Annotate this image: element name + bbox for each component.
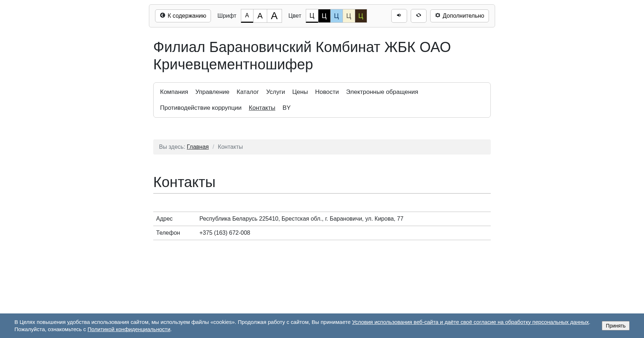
color-scheme-2-button[interactable]: Ц (318, 9, 330, 23)
contact-value-address: Республика Беларусь 225410, Брестская об… (197, 212, 491, 226)
more-settings-button[interactable]: Дополнительно (430, 9, 489, 22)
color-scheme-group: Ц Ц Ц Ц Ц (306, 9, 367, 23)
back-to-content-button[interactable]: К содержанию (155, 9, 211, 22)
nav-item-anticorruption[interactable]: Противодействие коррупции (160, 102, 242, 114)
more-settings-label: Дополнительно (443, 13, 484, 19)
color-scheme-1-button[interactable]: Ц (306, 9, 318, 23)
nav-item-news[interactable]: Новости (315, 86, 339, 98)
contact-key-address: Адрес (153, 212, 197, 226)
nav-item-contacts[interactable]: Контакты (249, 102, 275, 114)
eye-off-icon (416, 12, 422, 20)
contact-table: Адрес Республика Беларусь 225410, Брестс… (153, 212, 491, 240)
nav-item-services[interactable]: Услуги (266, 86, 285, 98)
nav-item-prices[interactable]: Цены (292, 86, 308, 98)
breadcrumb-current: Контакты (218, 144, 243, 150)
nav-item-appeals[interactable]: Электронные обращения (346, 86, 418, 98)
table-row: Адрес Республика Беларусь 225410, Брестс… (153, 212, 491, 226)
site-title: Филиал Барановичский Комбинат ЖБК ОАО Кр… (153, 38, 491, 73)
arrow-left-circle-icon (160, 12, 166, 20)
color-scheme-label: Цвет (288, 13, 301, 19)
font-size-small-button[interactable]: А (241, 9, 253, 23)
eye-off-button[interactable] (411, 9, 427, 23)
font-size-large-button[interactable]: А (267, 9, 282, 23)
contact-value-phone: +375 (163) 672-008 (197, 226, 491, 240)
gear-icon (435, 12, 441, 20)
svg-point-0 (160, 13, 165, 18)
breadcrumb-separator: / (212, 144, 214, 150)
speaker-icon (396, 12, 402, 20)
color-scheme-4-button[interactable]: Ц (343, 9, 355, 23)
sound-button[interactable] (391, 9, 407, 23)
table-row: Телефон +375 (163) 672-008 (153, 226, 491, 240)
breadcrumb: Вы здесь: Главная / Контакты (153, 139, 491, 155)
contact-key-phone: Телефон (153, 226, 197, 240)
nav-item-company[interactable]: Компания (160, 86, 188, 98)
breadcrumb-home-link[interactable]: Главная (187, 144, 209, 150)
page-heading: Контакты (153, 174, 491, 190)
nav-item-catalog[interactable]: Каталог (237, 86, 259, 98)
accessibility-toolbar: К содержанию Шрифт А А А Цвет Ц Ц Ц Ц Ц (149, 4, 495, 27)
nav-item-management[interactable]: Управление (195, 86, 230, 98)
color-scheme-5-button[interactable]: Ц (355, 9, 367, 23)
font-size-group: А А А (241, 9, 282, 23)
color-scheme-3-button[interactable]: Ц (330, 9, 343, 23)
breadcrumb-prefix: Вы здесь: (159, 144, 185, 150)
font-size-label: Шрифт (217, 13, 237, 19)
main-nav: Компания Управление Каталог Услуги Цены … (153, 82, 491, 118)
back-to-content-label: К содержанию (168, 13, 206, 19)
nav-item-lang-by[interactable]: BY (283, 102, 291, 114)
font-size-medium-button[interactable]: А (253, 9, 267, 23)
